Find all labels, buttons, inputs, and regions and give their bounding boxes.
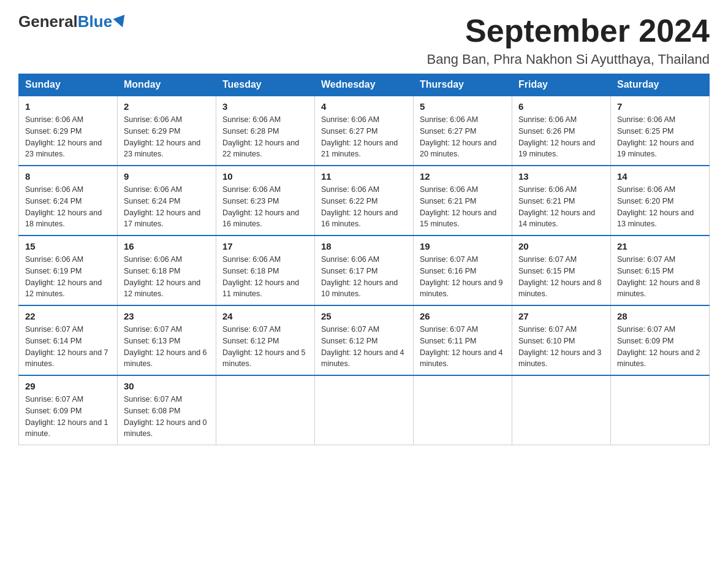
day-number: 22: [25, 311, 111, 321]
month-title: September 2024: [427, 12, 710, 49]
day-info: Sunrise: 6:06 AMSunset: 6:20 PMDaylight:…: [617, 184, 703, 230]
day-info: Sunrise: 6:06 AMSunset: 6:23 PMDaylight:…: [222, 184, 308, 230]
table-row: 5 Sunrise: 6:06 AMSunset: 6:27 PMDayligh…: [414, 96, 512, 166]
table-row: 8 Sunrise: 6:06 AMSunset: 6:24 PMDayligh…: [19, 166, 118, 236]
table-row: 15 Sunrise: 6:06 AMSunset: 6:19 PMDaylig…: [19, 236, 118, 305]
day-info: Sunrise: 6:06 AMSunset: 6:24 PMDaylight:…: [25, 184, 111, 230]
table-row: 4 Sunrise: 6:06 AMSunset: 6:27 PMDayligh…: [315, 96, 414, 166]
table-row: [315, 375, 414, 445]
day-number: 8: [25, 171, 111, 182]
day-number: 21: [617, 241, 703, 251]
logo: General Blue: [18, 12, 127, 31]
table-row: 20 Sunrise: 6:07 AMSunset: 6:15 PMDaylig…: [512, 236, 611, 305]
day-info: Sunrise: 6:06 AMSunset: 6:28 PMDaylight:…: [222, 114, 308, 160]
table-row: [216, 375, 315, 445]
table-row: 17 Sunrise: 6:06 AMSunset: 6:18 PMDaylig…: [216, 236, 315, 305]
logo-blue-text: Blue: [78, 12, 112, 31]
day-number: 9: [124, 171, 210, 182]
day-info: Sunrise: 6:07 AMSunset: 6:09 PMDaylight:…: [617, 324, 703, 370]
day-info: Sunrise: 6:06 AMSunset: 6:29 PMDaylight:…: [124, 114, 210, 160]
calendar-table: Sunday Monday Tuesday Wednesday Thursday…: [18, 74, 710, 445]
day-number: 30: [124, 381, 210, 391]
day-number: 18: [321, 241, 407, 251]
day-number: 6: [518, 101, 604, 112]
week-row-3: 15 Sunrise: 6:06 AMSunset: 6:19 PMDaylig…: [19, 236, 710, 305]
header: General Blue September 2024 Bang Ban, Ph…: [18, 12, 710, 67]
day-number: 7: [617, 101, 703, 112]
day-info: Sunrise: 6:06 AMSunset: 6:27 PMDaylight:…: [321, 114, 407, 160]
table-row: 6 Sunrise: 6:06 AMSunset: 6:26 PMDayligh…: [512, 96, 611, 166]
days-of-week-row: Sunday Monday Tuesday Wednesday Thursday…: [19, 74, 710, 96]
day-info: Sunrise: 6:07 AMSunset: 6:08 PMDaylight:…: [124, 394, 210, 440]
day-info: Sunrise: 6:06 AMSunset: 6:21 PMDaylight:…: [518, 184, 604, 230]
day-info: Sunrise: 6:07 AMSunset: 6:12 PMDaylight:…: [222, 324, 308, 370]
table-row: [512, 375, 611, 445]
day-info: Sunrise: 6:07 AMSunset: 6:13 PMDaylight:…: [124, 324, 210, 370]
table-row: [611, 375, 710, 445]
day-number: 1: [25, 101, 111, 112]
table-row: 30 Sunrise: 6:07 AMSunset: 6:08 PMDaylig…: [118, 375, 216, 445]
table-row: 2 Sunrise: 6:06 AMSunset: 6:29 PMDayligh…: [118, 96, 216, 166]
col-saturday: Saturday: [611, 74, 710, 96]
day-number: 24: [222, 311, 308, 321]
day-number: 2: [124, 101, 210, 112]
day-number: 20: [518, 241, 604, 251]
col-sunday: Sunday: [19, 74, 118, 96]
day-number: 19: [420, 241, 506, 251]
col-thursday: Thursday: [414, 74, 512, 96]
day-info: Sunrise: 6:07 AMSunset: 6:14 PMDaylight:…: [25, 324, 111, 370]
table-row: 29 Sunrise: 6:07 AMSunset: 6:09 PMDaylig…: [19, 375, 118, 445]
day-info: Sunrise: 6:07 AMSunset: 6:09 PMDaylight:…: [25, 394, 111, 440]
table-row: 28 Sunrise: 6:07 AMSunset: 6:09 PMDaylig…: [611, 305, 710, 375]
day-number: 25: [321, 311, 407, 321]
table-row: 9 Sunrise: 6:06 AMSunset: 6:24 PMDayligh…: [118, 166, 216, 236]
week-row-2: 8 Sunrise: 6:06 AMSunset: 6:24 PMDayligh…: [19, 166, 710, 236]
day-number: 27: [518, 311, 604, 321]
logo-general-text: General: [18, 12, 78, 31]
day-info: Sunrise: 6:07 AMSunset: 6:15 PMDaylight:…: [617, 254, 703, 300]
table-row: 1 Sunrise: 6:06 AMSunset: 6:29 PMDayligh…: [19, 96, 118, 166]
title-area: September 2024 Bang Ban, Phra Nakhon Si …: [427, 12, 710, 67]
day-number: 26: [420, 311, 506, 321]
table-row: 13 Sunrise: 6:06 AMSunset: 6:21 PMDaylig…: [512, 166, 611, 236]
table-row: 7 Sunrise: 6:06 AMSunset: 6:25 PMDayligh…: [611, 96, 710, 166]
location-title: Bang Ban, Phra Nakhon Si Ayutthaya, Thai…: [427, 52, 710, 67]
day-number: 3: [222, 101, 308, 112]
day-info: Sunrise: 6:06 AMSunset: 6:19 PMDaylight:…: [25, 254, 111, 300]
day-number: 4: [321, 101, 407, 112]
day-info: Sunrise: 6:06 AMSunset: 6:22 PMDaylight:…: [321, 184, 407, 230]
day-info: Sunrise: 6:06 AMSunset: 6:21 PMDaylight:…: [420, 184, 506, 230]
week-row-5: 29 Sunrise: 6:07 AMSunset: 6:09 PMDaylig…: [19, 375, 710, 445]
day-info: Sunrise: 6:06 AMSunset: 6:17 PMDaylight:…: [321, 254, 407, 300]
table-row: 25 Sunrise: 6:07 AMSunset: 6:12 PMDaylig…: [315, 305, 414, 375]
logo-blue-part: Blue: [78, 12, 127, 31]
day-info: Sunrise: 6:06 AMSunset: 6:27 PMDaylight:…: [420, 114, 506, 160]
day-info: Sunrise: 6:07 AMSunset: 6:11 PMDaylight:…: [420, 324, 506, 370]
table-row: 22 Sunrise: 6:07 AMSunset: 6:14 PMDaylig…: [19, 305, 118, 375]
table-row: 27 Sunrise: 6:07 AMSunset: 6:10 PMDaylig…: [512, 305, 611, 375]
col-tuesday: Tuesday: [216, 74, 315, 96]
day-info: Sunrise: 6:07 AMSunset: 6:15 PMDaylight:…: [518, 254, 604, 300]
table-row: [414, 375, 512, 445]
table-row: 18 Sunrise: 6:06 AMSunset: 6:17 PMDaylig…: [315, 236, 414, 305]
day-number: 28: [617, 311, 703, 321]
day-number: 15: [25, 241, 111, 251]
day-info: Sunrise: 6:07 AMSunset: 6:10 PMDaylight:…: [518, 324, 604, 370]
day-number: 10: [222, 171, 308, 182]
day-number: 23: [124, 311, 210, 321]
day-info: Sunrise: 6:06 AMSunset: 6:24 PMDaylight:…: [124, 184, 210, 230]
table-row: 19 Sunrise: 6:07 AMSunset: 6:16 PMDaylig…: [414, 236, 512, 305]
table-row: 16 Sunrise: 6:06 AMSunset: 6:18 PMDaylig…: [118, 236, 216, 305]
day-number: 5: [420, 101, 506, 112]
day-number: 14: [617, 171, 703, 182]
day-number: 12: [420, 171, 506, 182]
day-info: Sunrise: 6:07 AMSunset: 6:12 PMDaylight:…: [321, 324, 407, 370]
day-info: Sunrise: 6:07 AMSunset: 6:16 PMDaylight:…: [420, 254, 506, 300]
day-number: 29: [25, 381, 111, 391]
day-number: 17: [222, 241, 308, 251]
day-info: Sunrise: 6:06 AMSunset: 6:29 PMDaylight:…: [25, 114, 111, 160]
table-row: 24 Sunrise: 6:07 AMSunset: 6:12 PMDaylig…: [216, 305, 315, 375]
col-monday: Monday: [118, 74, 216, 96]
day-info: Sunrise: 6:06 AMSunset: 6:26 PMDaylight:…: [518, 114, 604, 160]
week-row-1: 1 Sunrise: 6:06 AMSunset: 6:29 PMDayligh…: [19, 96, 710, 166]
